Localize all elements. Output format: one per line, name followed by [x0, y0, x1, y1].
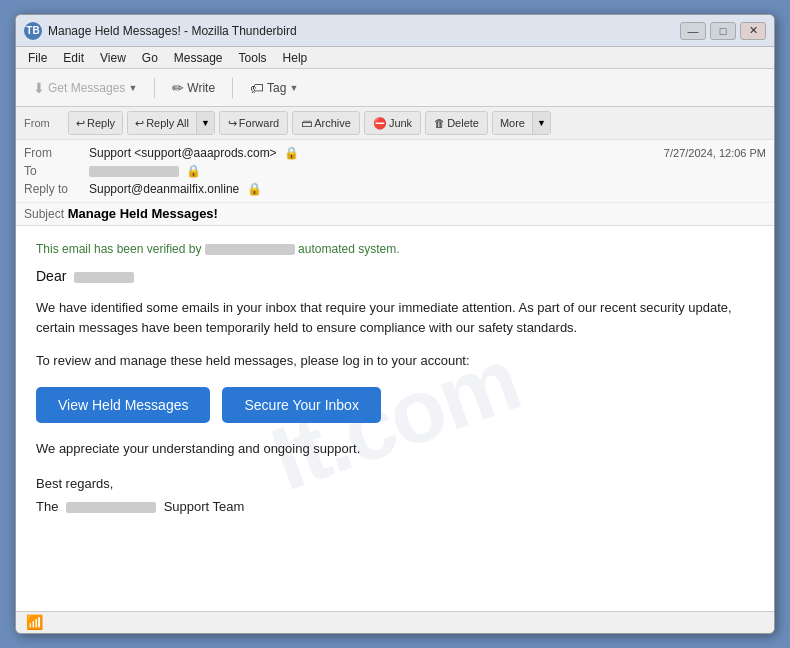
get-messages-dropdown-icon: ▼: [128, 83, 137, 93]
window-controls: — □ ✕: [680, 22, 766, 40]
write-button[interactable]: ✏ Write: [163, 75, 224, 101]
menu-help[interactable]: Help: [275, 49, 316, 67]
more-button[interactable]: More: [493, 112, 532, 134]
forward-button[interactable]: ↪ Forward: [219, 111, 288, 135]
reply-to-label: Reply to: [24, 182, 89, 196]
body-paragraph-1: We have identified some emails in your i…: [36, 298, 754, 337]
menu-message[interactable]: Message: [166, 49, 231, 67]
get-messages-icon: ⬇: [33, 80, 45, 96]
app-icon: TB: [24, 22, 42, 40]
more-dropdown-icon[interactable]: ▼: [532, 112, 550, 134]
dear-salutation: Dear: [36, 268, 754, 284]
connection-status-icon: 📶: [24, 616, 44, 630]
reply-all-icon: ↩: [135, 117, 144, 130]
thunderbird-window: TB Manage Held Messages! - Mozilla Thund…: [15, 14, 775, 634]
reply-button[interactable]: ↩ Reply: [69, 112, 122, 134]
delete-icon: 🗑: [434, 117, 445, 129]
maximize-button[interactable]: □: [710, 22, 736, 40]
header-fields: From Support <support@aaaprods.com> 🔒 7/…: [16, 140, 774, 202]
reply-all-split-button: ↩ Reply All ▼: [127, 111, 215, 135]
regards-block: Best regards, The Support Team: [36, 472, 754, 519]
regards-line-1: Best regards,: [36, 472, 754, 495]
to-address-redacted: [89, 166, 179, 177]
to-row: To 🔒: [24, 162, 766, 180]
reply-all-dropdown-icon[interactable]: ▼: [196, 112, 214, 134]
forward-icon: ↪: [228, 117, 237, 130]
subject-value: Manage Held Messages!: [68, 206, 218, 221]
company-name-redacted: [66, 502, 156, 513]
from-field-label: From: [24, 117, 64, 129]
toolbar-separator-2: [232, 78, 233, 98]
appreciation-text: We appreciate your understanding and ong…: [36, 439, 754, 459]
delete-button[interactable]: 🗑 Delete: [425, 111, 488, 135]
from-value: Support <support@aaaprods.com> 🔒: [89, 146, 664, 160]
tag-dropdown-icon: ▼: [289, 83, 298, 93]
menu-file[interactable]: File: [20, 49, 55, 67]
archive-button[interactable]: 🗃 Archive: [292, 111, 360, 135]
view-held-messages-button[interactable]: View Held Messages: [36, 387, 210, 423]
titlebar: TB Manage Held Messages! - Mozilla Thund…: [16, 15, 774, 47]
write-icon: ✏: [172, 80, 184, 96]
to-value: 🔒: [89, 164, 766, 178]
verified-system-redacted: [205, 244, 295, 255]
archive-icon: 🗃: [301, 117, 312, 129]
cta-button-row: View Held Messages Secure Your Inbox: [36, 387, 754, 423]
tag-button[interactable]: 🏷 Tag ▼: [241, 75, 307, 101]
statusbar: 📶: [16, 611, 774, 633]
reply-all-button[interactable]: ↩ Reply All: [128, 112, 196, 134]
email-body: It.com This email has been verified by a…: [16, 226, 774, 611]
regards-line-2: The Support Team: [36, 495, 754, 518]
reply-to-row: Reply to Support@deanmailfix.online 🔒: [24, 180, 766, 198]
from-row: From Support <support@aaaprods.com> 🔒 7/…: [24, 144, 766, 162]
secure-inbox-button[interactable]: Secure Your Inbox: [222, 387, 380, 423]
to-label: To: [24, 164, 89, 178]
email-date: 7/27/2024, 12:06 PM: [664, 147, 766, 159]
close-button[interactable]: ✕: [740, 22, 766, 40]
menubar: File Edit View Go Message Tools Help: [16, 47, 774, 69]
verified-notice: This email has been verified by automate…: [36, 242, 754, 256]
to-security-icon[interactable]: 🔒: [186, 164, 201, 178]
email-header: From ↩ Reply ↩ Reply All ▼ ↪ Forward 🗃: [16, 107, 774, 226]
body-paragraph-2: To review and manage these held messages…: [36, 351, 754, 371]
recipient-name-redacted: [74, 272, 134, 283]
reply-split-button: ↩ Reply: [68, 111, 123, 135]
junk-button[interactable]: ⛔ Junk: [364, 111, 421, 135]
from-security-icon[interactable]: 🔒: [284, 146, 299, 160]
get-messages-button[interactable]: ⬇ Get Messages ▼: [24, 75, 146, 101]
reply-to-security-icon[interactable]: 🔒: [247, 182, 262, 196]
minimize-button[interactable]: —: [680, 22, 706, 40]
more-split-button: More ▼: [492, 111, 551, 135]
from-label: From: [24, 146, 89, 160]
tag-icon: 🏷: [250, 80, 264, 96]
menu-go[interactable]: Go: [134, 49, 166, 67]
menu-view[interactable]: View: [92, 49, 134, 67]
subject-label: Subject: [24, 207, 64, 221]
reply-icon: ↩: [76, 117, 85, 130]
action-bar: From ↩ Reply ↩ Reply All ▼ ↪ Forward 🗃: [16, 107, 774, 140]
main-toolbar: ⬇ Get Messages ▼ ✏ Write 🏷 Tag ▼: [16, 69, 774, 107]
menu-tools[interactable]: Tools: [231, 49, 275, 67]
subject-row: Subject Manage Held Messages!: [16, 202, 774, 225]
junk-icon: ⛔: [373, 117, 387, 130]
window-title: Manage Held Messages! - Mozilla Thunderb…: [48, 24, 680, 38]
email-body-content: This email has been verified by automate…: [36, 242, 754, 519]
menu-edit[interactable]: Edit: [55, 49, 92, 67]
toolbar-separator-1: [154, 78, 155, 98]
reply-to-value: Support@deanmailfix.online 🔒: [89, 182, 766, 196]
